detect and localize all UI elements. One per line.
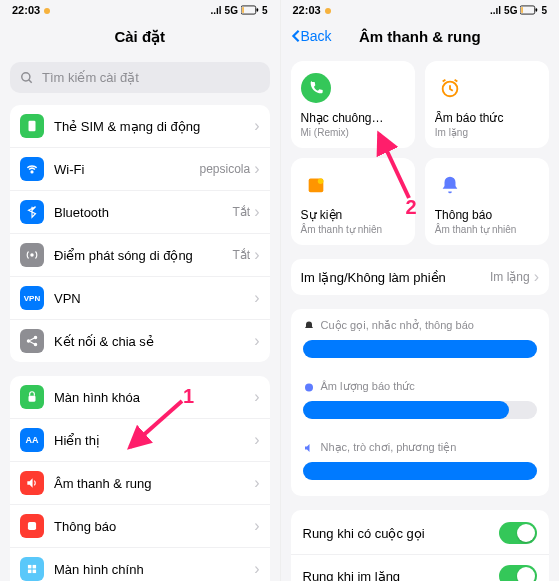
svg-rect-2 <box>256 8 258 11</box>
chevron-left-icon <box>291 29 301 43</box>
status-time: 22:03 <box>12 4 40 16</box>
row-notifications[interactable]: Thông báo› <box>10 505 270 548</box>
chevron-right-icon: › <box>254 517 259 535</box>
status-right: ..ıl 5G 5 <box>490 5 547 16</box>
sound-icon <box>20 471 44 495</box>
row-homescreen[interactable]: Màn hình chính› <box>10 548 270 581</box>
sound-cards-row-1: Nhạc chuông…Mi (Remix) Âm báo thứcIm lặn… <box>291 61 550 148</box>
chevron-right-icon: › <box>254 388 259 406</box>
card-notification-sound[interactable]: Thông báoÂm thanh tự nhiên <box>425 158 549 245</box>
svg-rect-19 <box>522 7 524 13</box>
bluetooth-icon <box>20 200 44 224</box>
page-title: Cài đặt <box>0 20 280 56</box>
silent-group: Im lặng/Không làm phiềnIm lặng› <box>291 259 550 295</box>
sound-screen: 22:03 ..ıl 5G 5 Back Âm thanh & rung Nhạ… <box>280 0 560 581</box>
row-silent[interactable]: Im lặng/Không làm phiềnIm lặng› <box>291 259 550 295</box>
svg-point-24 <box>305 383 313 391</box>
alarm-small-icon <box>303 381 315 393</box>
hotspot-icon <box>20 243 44 267</box>
vpn-icon: VPN <box>20 286 44 310</box>
slider-track[interactable] <box>303 462 538 480</box>
toggle-vibrate-call[interactable] <box>499 522 537 544</box>
svg-rect-5 <box>29 121 36 132</box>
svg-point-6 <box>31 171 33 173</box>
svg-point-9 <box>34 336 36 338</box>
chevron-right-icon: › <box>254 160 259 178</box>
chevron-right-icon: › <box>254 560 259 578</box>
row-vibrate-call: Rung khi có cuộc gọi <box>291 512 550 555</box>
search-placeholder: Tìm kiếm cài đặt <box>42 70 139 85</box>
alarm-icon <box>435 73 465 103</box>
chevron-right-icon: › <box>254 203 259 221</box>
status-time: 22:03 <box>293 4 321 16</box>
status-bar: 22:03 ..ıl 5G 5 <box>0 0 280 20</box>
vibrate-section: Rung khi có cuộc gọi Rung khi im lặng <box>291 510 550 581</box>
svg-rect-13 <box>28 565 32 569</box>
slider-track[interactable] <box>303 340 538 358</box>
svg-rect-11 <box>29 396 36 402</box>
chevron-right-icon: › <box>254 474 259 492</box>
status-right: ..ıl 5G 5 <box>210 5 267 16</box>
page-title: Back Âm thanh & rung <box>281 20 560 55</box>
settings-group-display: Màn hình khóa› AAHiển thị› Âm thanh & ru… <box>10 376 270 581</box>
calendar-icon <box>301 170 331 200</box>
chevron-right-icon: › <box>534 268 539 286</box>
svg-point-3 <box>22 72 30 80</box>
chevron-right-icon: › <box>254 431 259 449</box>
bell-icon <box>435 170 465 200</box>
row-bluetooth[interactable]: BluetoothTắt› <box>10 191 270 234</box>
svg-rect-15 <box>28 570 32 574</box>
row-sim[interactable]: Thẻ SIM & mạng di động› <box>10 105 270 148</box>
slider-alarm: Âm lượng báo thức <box>291 372 550 433</box>
chevron-right-icon: › <box>254 246 259 264</box>
volume-section: Cuộc gọi, nhắc nhở, thông báo Âm lượng b… <box>291 309 550 496</box>
row-sound[interactable]: Âm thanh & rung› <box>10 462 270 505</box>
svg-rect-16 <box>33 570 37 574</box>
share-icon <box>20 329 44 353</box>
back-button[interactable]: Back <box>291 28 332 44</box>
slider-ringtone: Cuộc gọi, nhắc nhở, thông báo <box>291 311 550 372</box>
row-hotspot[interactable]: Điểm phát sóng di độngTắt› <box>10 234 270 277</box>
row-share[interactable]: Kết nối & chia sẻ› <box>10 320 270 362</box>
lock-icon <box>20 385 44 409</box>
svg-rect-14 <box>33 565 37 569</box>
row-vpn[interactable]: VPNVPN› <box>10 277 270 320</box>
svg-point-7 <box>30 253 34 257</box>
settings-screen: 22:03 ..ıl 5G 5 Cài đặt Tìm kiếm cài đặt… <box>0 0 280 581</box>
row-vibrate-silent: Rung khi im lặng <box>291 555 550 581</box>
slider-media: Nhạc, trò chơi, phương tiện <box>291 433 550 494</box>
svg-rect-1 <box>242 7 244 13</box>
card-ringtone[interactable]: Nhạc chuông…Mi (Remix) <box>291 61 415 148</box>
chevron-right-icon: › <box>254 117 259 135</box>
notification-icon <box>20 514 44 538</box>
toggle-vibrate-silent[interactable] <box>499 565 537 581</box>
chevron-right-icon: › <box>254 332 259 350</box>
status-bar: 22:03 ..ıl 5G 5 <box>281 0 560 20</box>
display-icon: AA <box>20 428 44 452</box>
svg-point-10 <box>34 343 36 345</box>
sound-cards-row-2: Sự kiệnÂm thanh tự nhiên Thông báoÂm tha… <box>291 158 550 245</box>
slider-track[interactable] <box>303 401 538 419</box>
chevron-right-icon: › <box>254 289 259 307</box>
svg-point-23 <box>317 179 323 185</box>
search-icon <box>20 71 34 85</box>
phone-icon <box>301 73 331 103</box>
row-display[interactable]: AAHiển thị› <box>10 419 270 462</box>
row-lockscreen[interactable]: Màn hình khóa› <box>10 376 270 419</box>
svg-line-4 <box>29 79 32 82</box>
home-icon <box>20 557 44 581</box>
card-events[interactable]: Sự kiệnÂm thanh tự nhiên <box>291 158 415 245</box>
svg-point-8 <box>27 340 29 342</box>
row-wifi[interactable]: Wi-Fipepsicola› <box>10 148 270 191</box>
search-input[interactable]: Tìm kiếm cài đặt <box>10 62 270 93</box>
settings-group-connectivity: Thẻ SIM & mạng di động› Wi-Fipepsicola› … <box>10 105 270 362</box>
wifi-icon <box>20 157 44 181</box>
svg-rect-20 <box>536 8 538 11</box>
bell-small-icon <box>303 320 315 332</box>
card-alarm[interactable]: Âm báo thứcIm lặng <box>425 61 549 148</box>
sim-icon <box>20 114 44 138</box>
speaker-small-icon <box>303 442 315 454</box>
svg-rect-12 <box>28 522 36 530</box>
